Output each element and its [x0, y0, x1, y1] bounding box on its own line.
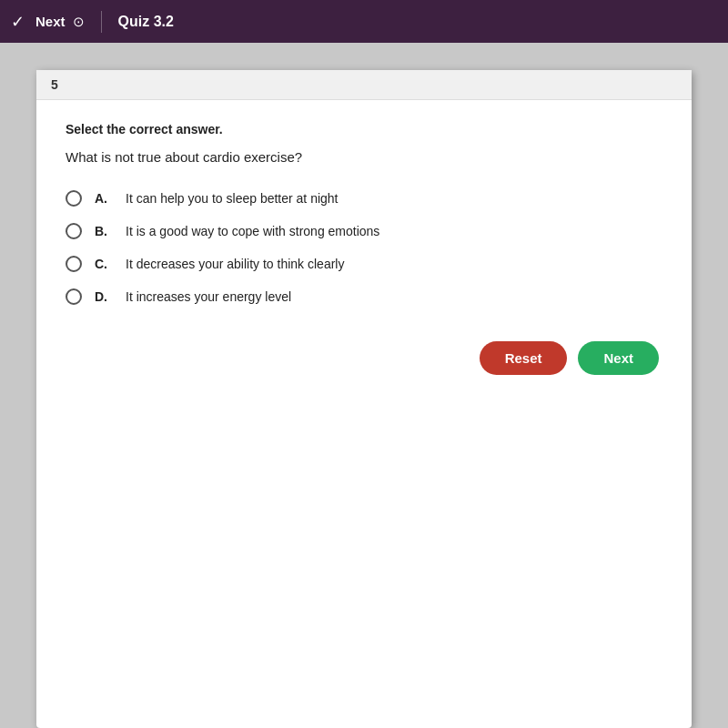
question-number-bar: 5 — [36, 70, 692, 100]
option-letter-c: C. — [95, 257, 113, 271]
check-icon: ✓ — [11, 12, 25, 32]
instruction-text: Select the correct answer. — [66, 122, 662, 136]
next-button[interactable]: Next — [578, 341, 659, 375]
divider — [101, 11, 102, 33]
radio-c[interactable] — [66, 256, 82, 272]
option-text-c: It decreases your ability to think clear… — [126, 257, 344, 271]
option-text-a: It can help you to sleep better at night — [126, 191, 339, 206]
card-body: Select the correct answer. What is not t… — [36, 100, 692, 404]
radio-d[interactable] — [66, 288, 82, 305]
option-letter-b: B. — [95, 224, 113, 238]
list-item: D. It increases your energy level — [66, 288, 662, 305]
question-number: 5 — [51, 77, 58, 92]
option-letter-a: A. — [95, 191, 113, 206]
list-item: B. It is a good way to cope with strong … — [66, 223, 662, 239]
next-nav-label[interactable]: Next — [35, 14, 66, 29]
question-text: What is not true about cardio exercise? — [66, 149, 662, 165]
option-text-d: It increases your energy level — [126, 289, 291, 304]
options-list: A. It can help you to sleep better at ni… — [66, 190, 662, 305]
quiz-title: Quiz 3.2 — [118, 14, 174, 30]
quiz-card: 5 Select the correct answer. What is not… — [36, 70, 692, 728]
option-text-b: It is a good way to cope with strong emo… — [126, 224, 379, 238]
main-area: 5 Select the correct answer. What is not… — [0, 43, 728, 728]
list-item: C. It decreases your ability to think cl… — [66, 256, 662, 272]
radio-a[interactable] — [66, 190, 82, 207]
option-letter-d: D. — [95, 289, 113, 304]
arrow-icon: ⊙ — [73, 14, 85, 30]
radio-b[interactable] — [66, 223, 82, 239]
buttons-row: Reset Next — [66, 341, 662, 375]
top-bar: ✓ Next ⊙ Quiz 3.2 — [0, 0, 728, 43]
list-item: A. It can help you to sleep better at ni… — [66, 190, 662, 207]
reset-button[interactable]: Reset — [480, 341, 568, 375]
